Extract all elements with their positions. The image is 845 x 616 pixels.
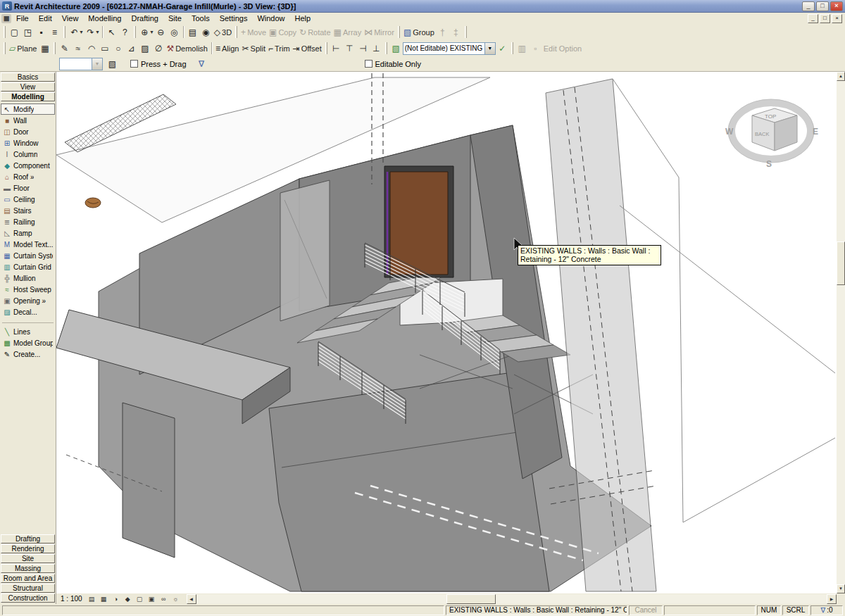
- render-icon[interactable]: ◆: [123, 594, 133, 603]
- sidebar-item-ceiling[interactable]: ▭Ceiling: [1, 194, 55, 205]
- scroll-left-icon[interactable]: ◀: [187, 594, 196, 604]
- open-file-icon[interactable]: ◳: [21, 25, 35, 39]
- scroll-up-icon[interactable]: ▲: [837, 72, 845, 81]
- detail-level-icon[interactable]: ▤: [87, 594, 97, 603]
- menu-file[interactable]: File: [11, 13, 34, 23]
- toolbar-grip[interactable]: [235, 26, 237, 38]
- sidebar-item-create[interactable]: ✎Create...: [1, 348, 55, 360]
- pointer-icon[interactable]: ↖: [105, 25, 118, 39]
- sidebar-tab-rendering[interactable]: Rendering: [1, 544, 55, 553]
- split-button[interactable]: ✂Split: [240, 42, 266, 55]
- menu-tools[interactable]: Tools: [187, 13, 215, 23]
- menu-window[interactable]: Window: [252, 13, 289, 23]
- group-button[interactable]: ▧Group: [402, 25, 436, 39]
- sidebar-item-lines[interactable]: ╲Lines: [1, 326, 55, 337]
- restore-button[interactable]: □: [816, 1, 829, 11]
- help-arrow-icon[interactable]: ?: [118, 25, 132, 39]
- trim-button[interactable]: ⌐Trim: [267, 42, 292, 55]
- sidebar-item-curtain-system[interactable]: ▦Curtain System: [1, 250, 55, 261]
- vertical-scroll-thumb[interactable]: [837, 241, 845, 285]
- crop-view-icon[interactable]: ▢: [134, 594, 145, 603]
- dynamic-view-icon[interactable]: ◎: [168, 25, 181, 39]
- sidebar-item-floor[interactable]: ▬Floor: [1, 182, 55, 194]
- sidebar-tab-modelling[interactable]: Modelling: [1, 92, 55, 101]
- hide-isolate-icon[interactable]: ∞: [158, 594, 169, 603]
- door-knob-element[interactable]: [85, 198, 101, 208]
- pick-lines-icon[interactable]: ⊿: [125, 42, 138, 55]
- sidebar-item-window[interactable]: ⊞Window: [1, 137, 55, 149]
- toolbar-grip[interactable]: [398, 26, 400, 38]
- scroll-down-icon[interactable]: ▼: [837, 584, 845, 593]
- cut-geometry-icon[interactable]: ⊥: [370, 42, 383, 55]
- wall-joins-icon[interactable]: ⊣: [356, 42, 370, 55]
- selection-count-panel[interactable]: ∇:0: [810, 605, 843, 615]
- shadows-icon[interactable]: ◑: [111, 594, 121, 603]
- sidebar-item-model-text[interactable]: MModel Text...: [1, 239, 55, 250]
- unjoin-geometry-icon[interactable]: ⊤: [343, 42, 356, 55]
- child-minimize-button[interactable]: _: [808, 14, 818, 23]
- grid-icon[interactable]: ▦: [38, 42, 51, 55]
- sidebar-item-component[interactable]: ◆Component: [1, 160, 55, 171]
- sidebar-item-opening[interactable]: ▣Opening »: [1, 295, 55, 306]
- crop-region-icon[interactable]: ▣: [146, 594, 157, 603]
- toolbar-grip[interactable]: [465, 26, 467, 38]
- model-3d-view[interactable]: W S E TOP BACK: [56, 72, 837, 593]
- horizontal-scroll-track[interactable]: [196, 594, 827, 604]
- chevron-down-icon[interactable]: ▼: [484, 43, 495, 54]
- toolbar-grip[interactable]: [54, 42, 56, 54]
- press-drag-checkbox[interactable]: Press + Drag: [130, 60, 187, 68]
- offset-button[interactable]: ⇥Offset: [292, 42, 323, 55]
- design-options-icon[interactable]: ▧: [389, 42, 403, 55]
- sidebar-tab-drafting[interactable]: Drafting: [1, 534, 55, 543]
- chevron-down-icon[interactable]: ▼: [149, 30, 154, 34]
- drawing-area[interactable]: W S E TOP BACK EXISTING WALLS : Walls : …: [56, 72, 837, 593]
- chevron-down-icon[interactable]: ▼: [95, 30, 100, 34]
- sidebar-item-roof[interactable]: ⌂Roof »: [1, 171, 55, 182]
- view-scale[interactable]: 1 : 100: [61, 595, 82, 603]
- sheet-icon[interactable]: ▤: [186, 25, 199, 39]
- menu-view[interactable]: View: [57, 13, 84, 23]
- sidebar-item-stairs[interactable]: ▤Stairs: [1, 205, 55, 216]
- menu-site[interactable]: Site: [163, 13, 187, 23]
- sidebar-item-host-sweep[interactable]: ≈Host Sweep »: [1, 284, 55, 295]
- sidebar-tab-structural[interactable]: Structural: [1, 584, 55, 593]
- arc-icon[interactable]: ◠: [84, 42, 98, 55]
- element-properties-icon[interactable]: ▧: [106, 57, 119, 70]
- child-restore-button[interactable]: □: [820, 14, 830, 23]
- horizontal-scrollbar[interactable]: ◀ ▶: [187, 594, 837, 604]
- zoom-out-icon[interactable]: ⊖: [154, 25, 168, 39]
- toolbar-grip[interactable]: [385, 42, 387, 54]
- circle-icon[interactable]: ○: [111, 42, 125, 55]
- menu-modelling[interactable]: Modelling: [83, 13, 126, 23]
- close-button[interactable]: ×: [830, 1, 843, 11]
- view-compass[interactable]: W S E TOP BACK: [725, 99, 818, 169]
- sidebar-item-mullion[interactable]: ╬Mullion: [1, 272, 55, 284]
- menu-settings[interactable]: Settings: [215, 13, 253, 23]
- sidebar-tab-massing[interactable]: Massing: [1, 564, 55, 573]
- chevron-down-icon[interactable]: ▼: [79, 30, 84, 34]
- toolbar-grip[interactable]: [134, 26, 136, 38]
- camera-icon[interactable]: ◉: [199, 25, 213, 39]
- join-geometry-icon[interactable]: ⊢: [330, 42, 343, 55]
- 3d-view-button[interactable]: ◇3D: [213, 25, 233, 39]
- reveal-hidden-icon[interactable]: ☼: [170, 594, 181, 603]
- vertical-scrollbar[interactable]: ▲ ▼: [837, 72, 845, 593]
- scroll-right-icon[interactable]: ▶: [827, 594, 837, 604]
- toolbar-grip[interactable]: [4, 26, 6, 38]
- sidebar-tab-room-and-area[interactable]: Room and Area: [1, 574, 55, 583]
- menu-help[interactable]: Help: [290, 13, 316, 23]
- sidebar-item-decal[interactable]: ▨Decal...: [1, 306, 55, 318]
- model-graphics-style-icon[interactable]: ▦: [99, 594, 109, 603]
- toolbar-grip[interactable]: [511, 42, 513, 54]
- rectangle-icon[interactable]: ▭: [98, 42, 111, 55]
- sidebar-item-modify[interactable]: ↖Modify: [1, 103, 55, 115]
- print-icon[interactable]: ≡: [48, 25, 61, 39]
- menu-drafting[interactable]: Drafting: [126, 13, 163, 23]
- sidebar-item-ramp[interactable]: ◺Ramp: [1, 227, 55, 239]
- sidebar-tab-view[interactable]: View: [1, 82, 55, 92]
- align-button[interactable]: ≡Align: [214, 42, 240, 55]
- save-icon[interactable]: ▪: [35, 25, 48, 39]
- paint-icon[interactable]: ▨: [138, 42, 151, 55]
- selection-filter-icon[interactable]: ∇: [195, 57, 208, 70]
- sidebar-item-railing[interactable]: ≣Railing: [1, 216, 55, 227]
